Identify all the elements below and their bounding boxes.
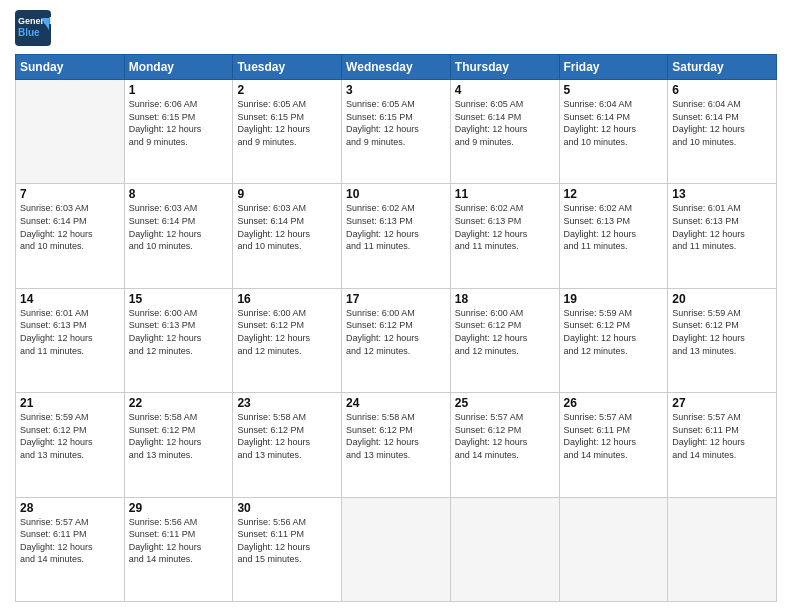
- day-info: Sunrise: 6:02 AM Sunset: 6:13 PM Dayligh…: [346, 202, 446, 252]
- day-info: Sunrise: 5:59 AM Sunset: 6:12 PM Dayligh…: [672, 307, 772, 357]
- day-info: Sunrise: 6:04 AM Sunset: 6:14 PM Dayligh…: [564, 98, 664, 148]
- day-info: Sunrise: 5:57 AM Sunset: 6:12 PM Dayligh…: [455, 411, 555, 461]
- calendar-day-5: 5Sunrise: 6:04 AM Sunset: 6:14 PM Daylig…: [559, 80, 668, 184]
- day-info: Sunrise: 5:56 AM Sunset: 6:11 PM Dayligh…: [129, 516, 229, 566]
- day-info: Sunrise: 5:58 AM Sunset: 6:12 PM Dayligh…: [346, 411, 446, 461]
- calendar-day-empty: [16, 80, 125, 184]
- day-number: 4: [455, 83, 555, 97]
- day-number: 21: [20, 396, 120, 410]
- day-number: 18: [455, 292, 555, 306]
- day-number: 22: [129, 396, 229, 410]
- calendar-day-6: 6Sunrise: 6:04 AM Sunset: 6:14 PM Daylig…: [668, 80, 777, 184]
- weekday-header-thursday: Thursday: [450, 55, 559, 80]
- calendar-day-23: 23Sunrise: 5:58 AM Sunset: 6:12 PM Dayli…: [233, 393, 342, 497]
- calendar-week-row: 21Sunrise: 5:59 AM Sunset: 6:12 PM Dayli…: [16, 393, 777, 497]
- day-info: Sunrise: 6:05 AM Sunset: 6:14 PM Dayligh…: [455, 98, 555, 148]
- day-info: Sunrise: 6:01 AM Sunset: 6:13 PM Dayligh…: [672, 202, 772, 252]
- day-info: Sunrise: 5:57 AM Sunset: 6:11 PM Dayligh…: [564, 411, 664, 461]
- calendar-day-22: 22Sunrise: 5:58 AM Sunset: 6:12 PM Dayli…: [124, 393, 233, 497]
- day-number: 25: [455, 396, 555, 410]
- day-info: Sunrise: 5:57 AM Sunset: 6:11 PM Dayligh…: [20, 516, 120, 566]
- weekday-header-sunday: Sunday: [16, 55, 125, 80]
- day-number: 15: [129, 292, 229, 306]
- calendar-week-row: 1Sunrise: 6:06 AM Sunset: 6:15 PM Daylig…: [16, 80, 777, 184]
- day-number: 20: [672, 292, 772, 306]
- calendar-day-1: 1Sunrise: 6:06 AM Sunset: 6:15 PM Daylig…: [124, 80, 233, 184]
- day-number: 11: [455, 187, 555, 201]
- day-number: 17: [346, 292, 446, 306]
- weekday-header-saturday: Saturday: [668, 55, 777, 80]
- day-info: Sunrise: 6:00 AM Sunset: 6:13 PM Dayligh…: [129, 307, 229, 357]
- day-info: Sunrise: 6:00 AM Sunset: 6:12 PM Dayligh…: [346, 307, 446, 357]
- calendar-day-17: 17Sunrise: 6:00 AM Sunset: 6:12 PM Dayli…: [342, 288, 451, 392]
- calendar-day-20: 20Sunrise: 5:59 AM Sunset: 6:12 PM Dayli…: [668, 288, 777, 392]
- day-info: Sunrise: 6:00 AM Sunset: 6:12 PM Dayligh…: [237, 307, 337, 357]
- day-info: Sunrise: 6:01 AM Sunset: 6:13 PM Dayligh…: [20, 307, 120, 357]
- day-number: 19: [564, 292, 664, 306]
- day-info: Sunrise: 5:57 AM Sunset: 6:11 PM Dayligh…: [672, 411, 772, 461]
- day-info: Sunrise: 5:59 AM Sunset: 6:12 PM Dayligh…: [564, 307, 664, 357]
- calendar-day-12: 12Sunrise: 6:02 AM Sunset: 6:13 PM Dayli…: [559, 184, 668, 288]
- day-info: Sunrise: 5:58 AM Sunset: 6:12 PM Dayligh…: [129, 411, 229, 461]
- day-number: 9: [237, 187, 337, 201]
- calendar-day-empty: [559, 497, 668, 601]
- day-info: Sunrise: 6:06 AM Sunset: 6:15 PM Dayligh…: [129, 98, 229, 148]
- calendar-day-empty: [450, 497, 559, 601]
- day-info: Sunrise: 6:04 AM Sunset: 6:14 PM Dayligh…: [672, 98, 772, 148]
- day-number: 10: [346, 187, 446, 201]
- calendar-day-14: 14Sunrise: 6:01 AM Sunset: 6:13 PM Dayli…: [16, 288, 125, 392]
- calendar-day-25: 25Sunrise: 5:57 AM Sunset: 6:12 PM Dayli…: [450, 393, 559, 497]
- logo: General Blue: [15, 10, 53, 46]
- calendar-day-30: 30Sunrise: 5:56 AM Sunset: 6:11 PM Dayli…: [233, 497, 342, 601]
- calendar-day-18: 18Sunrise: 6:00 AM Sunset: 6:12 PM Dayli…: [450, 288, 559, 392]
- day-number: 1: [129, 83, 229, 97]
- day-number: 16: [237, 292, 337, 306]
- day-number: 7: [20, 187, 120, 201]
- calendar-day-11: 11Sunrise: 6:02 AM Sunset: 6:13 PM Dayli…: [450, 184, 559, 288]
- calendar-day-3: 3Sunrise: 6:05 AM Sunset: 6:15 PM Daylig…: [342, 80, 451, 184]
- calendar-day-24: 24Sunrise: 5:58 AM Sunset: 6:12 PM Dayli…: [342, 393, 451, 497]
- calendar-day-19: 19Sunrise: 5:59 AM Sunset: 6:12 PM Dayli…: [559, 288, 668, 392]
- calendar-day-13: 13Sunrise: 6:01 AM Sunset: 6:13 PM Dayli…: [668, 184, 777, 288]
- svg-text:Blue: Blue: [18, 27, 40, 38]
- calendar-day-4: 4Sunrise: 6:05 AM Sunset: 6:14 PM Daylig…: [450, 80, 559, 184]
- weekday-header-friday: Friday: [559, 55, 668, 80]
- day-info: Sunrise: 6:05 AM Sunset: 6:15 PM Dayligh…: [237, 98, 337, 148]
- day-info: Sunrise: 6:03 AM Sunset: 6:14 PM Dayligh…: [129, 202, 229, 252]
- calendar-day-21: 21Sunrise: 5:59 AM Sunset: 6:12 PM Dayli…: [16, 393, 125, 497]
- calendar-day-empty: [342, 497, 451, 601]
- calendar-table: SundayMondayTuesdayWednesdayThursdayFrid…: [15, 54, 777, 602]
- calendar-day-15: 15Sunrise: 6:00 AM Sunset: 6:13 PM Dayli…: [124, 288, 233, 392]
- weekday-header-tuesday: Tuesday: [233, 55, 342, 80]
- day-info: Sunrise: 6:02 AM Sunset: 6:13 PM Dayligh…: [564, 202, 664, 252]
- calendar-day-29: 29Sunrise: 5:56 AM Sunset: 6:11 PM Dayli…: [124, 497, 233, 601]
- day-number: 2: [237, 83, 337, 97]
- day-number: 12: [564, 187, 664, 201]
- day-info: Sunrise: 6:00 AM Sunset: 6:12 PM Dayligh…: [455, 307, 555, 357]
- day-number: 27: [672, 396, 772, 410]
- day-number: 24: [346, 396, 446, 410]
- day-number: 13: [672, 187, 772, 201]
- calendar-day-27: 27Sunrise: 5:57 AM Sunset: 6:11 PM Dayli…: [668, 393, 777, 497]
- day-info: Sunrise: 6:05 AM Sunset: 6:15 PM Dayligh…: [346, 98, 446, 148]
- day-number: 5: [564, 83, 664, 97]
- day-info: Sunrise: 5:59 AM Sunset: 6:12 PM Dayligh…: [20, 411, 120, 461]
- day-number: 3: [346, 83, 446, 97]
- calendar-day-empty: [668, 497, 777, 601]
- calendar-day-26: 26Sunrise: 5:57 AM Sunset: 6:11 PM Dayli…: [559, 393, 668, 497]
- day-info: Sunrise: 6:03 AM Sunset: 6:14 PM Dayligh…: [20, 202, 120, 252]
- calendar-week-row: 7Sunrise: 6:03 AM Sunset: 6:14 PM Daylig…: [16, 184, 777, 288]
- day-number: 14: [20, 292, 120, 306]
- calendar-day-8: 8Sunrise: 6:03 AM Sunset: 6:14 PM Daylig…: [124, 184, 233, 288]
- calendar-day-16: 16Sunrise: 6:00 AM Sunset: 6:12 PM Dayli…: [233, 288, 342, 392]
- day-number: 8: [129, 187, 229, 201]
- day-number: 29: [129, 501, 229, 515]
- day-number: 26: [564, 396, 664, 410]
- calendar-day-10: 10Sunrise: 6:02 AM Sunset: 6:13 PM Dayli…: [342, 184, 451, 288]
- day-info: Sunrise: 5:58 AM Sunset: 6:12 PM Dayligh…: [237, 411, 337, 461]
- calendar-week-row: 14Sunrise: 6:01 AM Sunset: 6:13 PM Dayli…: [16, 288, 777, 392]
- page: General Blue SundayMondayTuesdayWednesda…: [0, 0, 792, 612]
- weekday-header-wednesday: Wednesday: [342, 55, 451, 80]
- header: General Blue: [15, 10, 777, 46]
- calendar-day-7: 7Sunrise: 6:03 AM Sunset: 6:14 PM Daylig…: [16, 184, 125, 288]
